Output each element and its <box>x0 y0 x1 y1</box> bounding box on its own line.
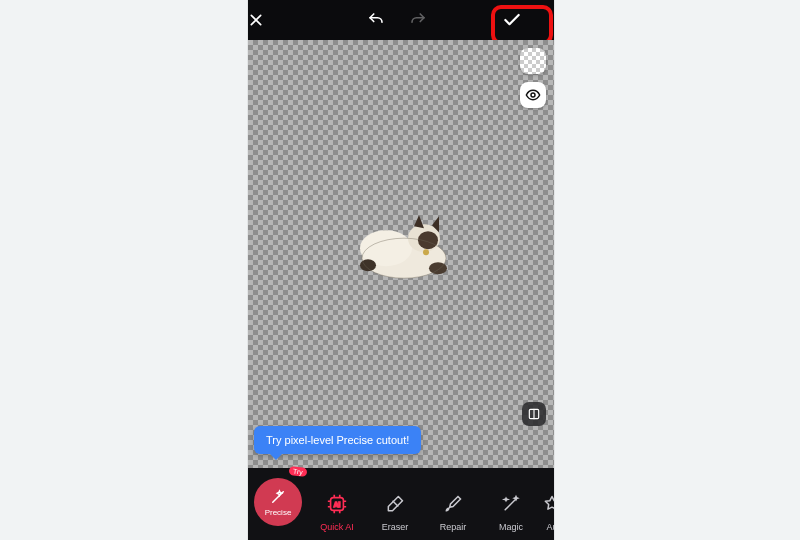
tool-magic[interactable]: Magic <box>482 490 540 534</box>
undo-button[interactable] <box>367 11 385 29</box>
ai-chip-icon: AI <box>326 493 348 515</box>
tool-label: Repair <box>440 522 467 532</box>
background-toggle-button[interactable] <box>520 48 546 74</box>
cat-image <box>342 210 460 282</box>
close-button[interactable] <box>248 12 292 28</box>
eye-icon <box>525 87 541 103</box>
bottom-toolbar: Precise Try AI Quick AI Eraser Repair <box>248 468 554 540</box>
confirm-button[interactable] <box>502 10 554 30</box>
check-icon <box>502 10 522 30</box>
compare-button[interactable] <box>522 402 546 426</box>
brush-icon <box>443 494 463 514</box>
svg-point-7 <box>423 249 429 255</box>
redo-button[interactable] <box>409 11 427 29</box>
tool-label: Eraser <box>382 522 409 532</box>
cutout-subject[interactable] <box>342 210 460 282</box>
try-badge: Try <box>289 466 308 477</box>
close-icon <box>248 12 264 28</box>
tool-quick-ai[interactable]: AI Quick AI <box>308 490 366 534</box>
tool-precise[interactable]: Precise Try <box>252 532 308 534</box>
tool-repair[interactable]: Repair <box>424 490 482 534</box>
top-bar <box>248 0 554 40</box>
tool-label: Precise <box>265 508 292 517</box>
undo-icon <box>367 11 385 29</box>
tool-eraser[interactable]: Eraser <box>366 490 424 534</box>
tool-label: Magic <box>499 522 523 532</box>
tooltip-text: Try pixel-level Precise cutout! <box>266 434 409 446</box>
preview-button[interactable] <box>520 82 546 108</box>
editor-canvas[interactable]: Try pixel-level Precise cutout! <box>248 40 554 474</box>
tool-auto-partial[interactable]: Au <box>540 490 554 534</box>
app-frame: Try pixel-level Precise cutout! Precise … <box>248 0 554 540</box>
tool-label: Au <box>546 522 554 532</box>
redo-icon <box>409 11 427 29</box>
svg-point-0 <box>531 93 535 97</box>
eraser-icon <box>385 494 405 514</box>
compare-icon <box>527 407 541 421</box>
history-controls <box>292 11 502 29</box>
wand-icon <box>269 488 287 506</box>
tool-label: Quick AI <box>320 522 354 532</box>
sparkle-wand-icon <box>501 494 521 514</box>
star-icon <box>542 494 554 514</box>
precise-tooltip: Try pixel-level Precise cutout! <box>254 426 421 454</box>
precise-bubble: Precise Try <box>254 478 302 526</box>
svg-text:AI: AI <box>334 501 341 508</box>
